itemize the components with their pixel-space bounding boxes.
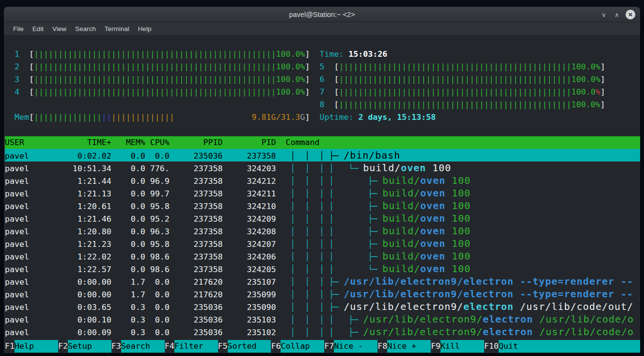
process-row-pid-324211[interactable]: pavel 1:21.13 0.0 99.7 237358 324211 │ │…	[5, 187, 640, 199]
fnkey-f4-filter[interactable]: F4Filter	[165, 340, 218, 353]
terminal-screen[interactable]: 1 [|||||||||||||||||||||||||||||||||||||…	[4, 35, 640, 353]
fnkey-f3-search[interactable]: F3Search	[111, 340, 165, 353]
meter-line: 3 [|||||||||||||||||||||||||||||||||||||…	[5, 73, 640, 86]
menu-item-help[interactable]: Help	[134, 24, 156, 34]
maximize-icon[interactable]: ∧	[613, 11, 621, 18]
process-row-pid-324206[interactable]: pavel 1:22.02 0.0 98.6 237358 324206 │ │…	[5, 250, 640, 262]
fnkey-f5-sorted[interactable]: F5Sorted	[218, 340, 271, 353]
process-row-pid-235099[interactable]: pavel 0:00.00 1.7 0.0 217620 235099 │ │ …	[5, 288, 640, 300]
process-table-header[interactable]: USER TIME+ MEM% CPU% PPID PID Command	[5, 136, 640, 149]
process-row-pid-237358[interactable]: pavel 0:02.02 0.0 0.0 235036 237358 │ │ …	[5, 149, 640, 162]
fnkey-f8-nice+[interactable]: F8Nice +	[377, 340, 431, 353]
meter-line: 4 [|||||||||||||||||||||||||||||||||||||…	[5, 86, 640, 98]
process-table: pavel 0:02.02 0.0 0.0 235036 237358 │ │ …	[5, 149, 640, 338]
meter-line: 1 [|||||||||||||||||||||||||||||||||||||…	[5, 48, 640, 61]
fnkey-f2-setup[interactable]: F2Setup	[58, 340, 111, 353]
function-key-bar: F1HelpF2SetupF3SearchF4FilterF5SortedF6C…	[5, 340, 640, 353]
close-icon[interactable]: ×	[626, 10, 635, 19]
process-row-pid-324209[interactable]: pavel 1:21.46 0.0 95.2 237358 324209 │ │…	[5, 212, 640, 225]
fnkey-f1-help[interactable]: F1Help	[5, 340, 58, 353]
fnkey-f10-quit[interactable]: F10Quit	[484, 340, 640, 353]
process-row-pid-235102[interactable]: pavel 0:00.09 0.3 0.0 235036 235102 │ │ …	[5, 325, 640, 338]
meter-line: 8 [|||||||||||||||||||||||||||||||||||||…	[5, 98, 640, 111]
fnkey-f7-nice-[interactable]: F7Nice -	[324, 340, 377, 353]
menu-item-search[interactable]: Search	[71, 24, 100, 34]
fnkey-f9-kill[interactable]: F9Kill	[431, 340, 484, 353]
process-row-pid-324203[interactable]: pavel 10:51.34 0.0 776. 237358 324203 │ …	[5, 162, 640, 174]
window-title: pavel@Station:~ <2>	[289, 11, 355, 18]
process-row-pid-324212[interactable]: pavel 1:21.44 0.0 96.9 237358 324212 │ │…	[5, 174, 640, 187]
process-row-pid-235107[interactable]: pavel 0:00.00 1.7 0.0 217620 235107 │ │ …	[5, 275, 640, 288]
terminal-window: pavel@Station:~ <2> ∨ ∧ × FileEditViewSe…	[4, 7, 640, 353]
process-row-pid-235090[interactable]: pavel 0:03.65 0.3 0.0 235036 235090 │ │ …	[5, 300, 640, 313]
meter-line: Mem[||||||||||||||||||||||||||||| 9.81G/…	[5, 111, 640, 124]
menu-item-file[interactable]: File	[9, 24, 28, 34]
process-row-pid-324210[interactable]: pavel 1:20.61 0.0 95.8 237358 324210 │ │…	[5, 199, 640, 212]
titlebar[interactable]: pavel@Station:~ <2> ∨ ∧ ×	[4, 7, 640, 22]
fnkey-f6-collap[interactable]: F6Collap	[271, 340, 324, 353]
htop-meters: 1 [|||||||||||||||||||||||||||||||||||||…	[5, 35, 640, 136]
menubar: FileEditViewSearchTerminalHelp	[4, 22, 640, 35]
process-row-pid-324207[interactable]: pavel 1:21.23 0.0 95.8 237358 324207 │ │…	[5, 237, 640, 250]
menu-item-terminal[interactable]: Terminal	[100, 24, 134, 34]
minimize-icon[interactable]: ∨	[599, 11, 608, 18]
process-row-pid-235103[interactable]: pavel 0:00.10 0.3 0.0 235036 235103 │ │ …	[5, 313, 640, 325]
meter-line: 2 [|||||||||||||||||||||||||||||||||||||…	[5, 61, 640, 73]
meter-line	[5, 124, 640, 136]
column-headers[interactable]: USER TIME+ MEM% CPU% PPID PID Command	[5, 136, 640, 149]
process-row-pid-324205[interactable]: pavel 1:22.57 0.0 98.6 237358 324205 │ │…	[5, 262, 640, 275]
menu-item-edit[interactable]: Edit	[28, 24, 48, 34]
meter-line	[5, 35, 640, 48]
menu-item-view[interactable]: View	[48, 24, 71, 34]
process-row-pid-324208[interactable]: pavel 1:20.80 0.0 96.3 237358 324208 │ │…	[5, 225, 640, 237]
titlebar-buttons: ∨ ∧ ×	[599, 7, 635, 22]
